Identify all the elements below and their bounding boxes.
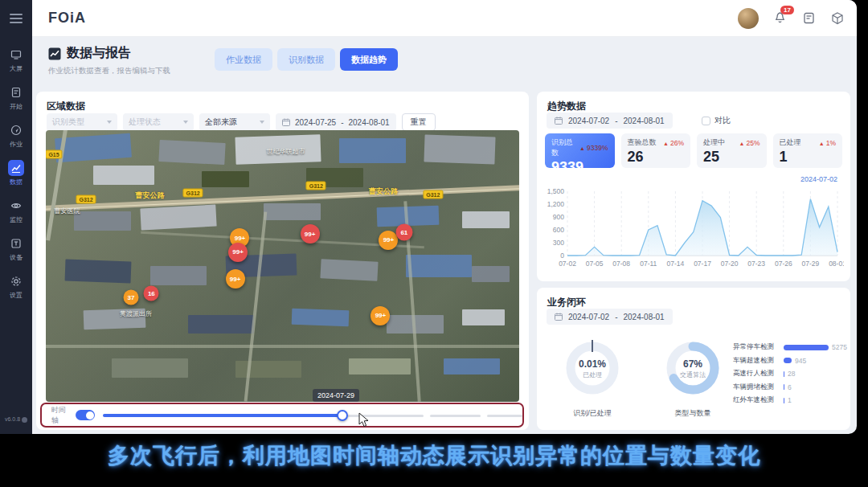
map-building: [150, 266, 207, 285]
slider-handle[interactable]: [337, 410, 348, 421]
detection-bar-车辆拥堵检测: 车辆拥堵检测6: [733, 381, 844, 395]
svg-text:1,500: 1,500: [547, 187, 565, 195]
map-building: [202, 171, 249, 187]
avatar[interactable]: [738, 8, 759, 29]
screen-icon: [8, 47, 24, 63]
detection-bar-异常停车检测: 异常停车检测5275: [733, 341, 844, 354]
view-tabs: 作业数据识别数据数据趋势: [215, 48, 398, 71]
region-data-card: 区域数据 识别类型 处理状态 全部来源 2024-07-25-2024-08-0…: [36, 92, 529, 430]
map-building: [339, 138, 405, 162]
map-label-place: 黄渡派出所: [120, 309, 152, 318]
notifications-bell-icon[interactable]: 17: [772, 10, 788, 27]
detection-bar-车辆超速检测: 车辆超速检测945: [733, 354, 844, 368]
settings-icon: [8, 273, 24, 289]
svg-text:0: 0: [560, 252, 564, 260]
map-building: [140, 204, 217, 230]
stat-card-已处理[interactable]: 已处理1%1: [773, 133, 843, 168]
cube-apps-icon[interactable]: [829, 10, 845, 27]
calendar-icon: [555, 313, 563, 321]
satellite-map[interactable]: G15G312曹安公路G312G312曹安公路G312曹安医院世纪华联超市黄渡派…: [46, 130, 519, 402]
sidebar-item-监控[interactable]: 监控: [8, 198, 24, 224]
map-marker-cluster[interactable]: 99+: [228, 243, 248, 262]
checkbox-icon: [702, 117, 710, 125]
start-icon: [8, 84, 24, 100]
topbar-icons: 17: [738, 8, 845, 29]
timeline-label: 时间轴: [51, 405, 69, 426]
mouse-cursor: [358, 412, 371, 428]
data-icon: [8, 160, 24, 176]
stat-card-处理中[interactable]: 处理中25%25: [697, 133, 767, 168]
svg-text:07-02: 07-02: [559, 260, 576, 268]
map-building: [424, 134, 496, 164]
stat-cards: 识别总数9339%9339查验总数26%26处理中25%25已处理1%1: [545, 133, 842, 168]
map-marker-cluster[interactable]: 99+: [371, 306, 390, 325]
svg-text:900: 900: [553, 213, 564, 221]
compare-checkbox[interactable]: 对比: [702, 115, 731, 126]
svg-text:07-05: 07-05: [586, 260, 604, 268]
stat-card-查验总数[interactable]: 查验总数26%26: [621, 133, 691, 168]
timeline-slider[interactable]: [103, 410, 522, 421]
map-marker-cluster[interactable]: 37: [124, 289, 139, 305]
sidebar-item-开始[interactable]: 开始: [8, 84, 24, 111]
report-doc-icon[interactable]: [800, 10, 817, 27]
loop-date-range[interactable]: 2024-07-02-2024-08-01: [547, 309, 673, 325]
region-date-range[interactable]: 2024-07-25-2024-08-01: [276, 113, 396, 131]
sidebar-item-数据[interactable]: 数据: [8, 160, 24, 186]
info-icon: [22, 417, 27, 423]
map-marker-cluster[interactable]: 16: [144, 286, 159, 301]
tab-数据趋势[interactable]: 数据趋势: [340, 48, 398, 71]
notification-badge: 17: [780, 6, 794, 14]
timeline-toggle[interactable]: [76, 410, 95, 420]
sidebar-item-设备[interactable]: 设备: [8, 235, 24, 262]
app-logo: FOiA: [48, 10, 86, 27]
svg-text:07-17: 07-17: [694, 260, 711, 268]
map-building: [159, 139, 227, 164]
delta-up-icon: 1%: [819, 139, 836, 147]
stat-card-识别总数[interactable]: 识别总数9339%9339: [545, 133, 615, 168]
tab-识别数据[interactable]: 识别数据: [277, 48, 335, 71]
map-label-badge: G15: [46, 150, 63, 159]
map-building: [64, 260, 131, 284]
sidebar-item-大屏[interactable]: 大屏: [8, 47, 24, 73]
process-status-select[interactable]: 处理状态: [123, 113, 194, 131]
filter-bar: 识别类型 处理状态 全部来源 2024-07-25-2024-08-01 重置: [47, 113, 436, 131]
source-select[interactable]: 全部来源: [199, 113, 270, 131]
map-building: [320, 259, 378, 280]
svg-text:07-23: 07-23: [747, 260, 765, 268]
svg-text:07-11: 07-11: [640, 260, 657, 268]
map-road: [46, 345, 519, 348]
mission-icon: [8, 122, 24, 138]
video-frame: 大屏开始作业数据监控设备设置 v6.0.8 FOiA 17: [0, 0, 868, 487]
sidebar: 大屏开始作业数据监控设备设置 v6.0.8: [0, 0, 32, 434]
svg-text:07-26: 07-26: [775, 260, 792, 268]
business-loop-card: 业务闭环 2024-07-02-2024-08-01 0.01%已处理识别/已处…: [537, 288, 850, 430]
detection-bar-红外车速检测: 红外车速检测1: [733, 394, 844, 407]
monitor-icon: [8, 198, 24, 214]
delta-up-icon: 9339%: [579, 144, 608, 152]
map-label-badge: G312: [183, 188, 203, 197]
trend-data-card: 趋势数据 2024-07-02-2024-08-01 对比 识别总数9339%9…: [537, 92, 850, 281]
map-label-place: 世纪华联超市: [267, 146, 305, 155]
map-label-place: 曹安医院: [55, 206, 80, 215]
menu-toggle-icon[interactable]: [10, 11, 23, 26]
detection-bar-高速行人检测: 高速行人检测28: [733, 367, 844, 381]
video-subtitle: 多次飞行后，利用地图时间轴动态展示识别异常的位置与数量变化: [0, 441, 868, 470]
map-marker-cluster[interactable]: 61: [395, 224, 412, 241]
page-header: 数据与报告 作业统计数据查看，报告编辑与下载: [48, 45, 170, 76]
timeline-annotation-box: 时间轴: [40, 403, 524, 428]
processed-donut-chart: 0.01%已处理识别/已处理: [551, 331, 634, 408]
svg-text:300: 300: [553, 239, 564, 247]
reset-button[interactable]: 重置: [402, 113, 436, 131]
delta-up-icon: 25%: [739, 139, 760, 147]
trend-date-range[interactable]: 2024-07-02-2024-08-01: [547, 113, 673, 129]
sidebar-item-设置[interactable]: 设置: [8, 273, 24, 300]
map-label-badge: G312: [423, 190, 443, 198]
tab-作业数据[interactable]: 作业数据: [215, 48, 272, 71]
sidebar-item-作业[interactable]: 作业: [8, 122, 24, 149]
svg-text:1,200: 1,200: [547, 200, 565, 208]
map-marker-cluster[interactable]: 99+: [301, 224, 320, 244]
map-building: [235, 361, 301, 377]
map-marker-cluster[interactable]: 99+: [226, 269, 245, 289]
recognition-type-select[interactable]: 识别类型: [47, 113, 117, 131]
map-building: [188, 315, 254, 334]
